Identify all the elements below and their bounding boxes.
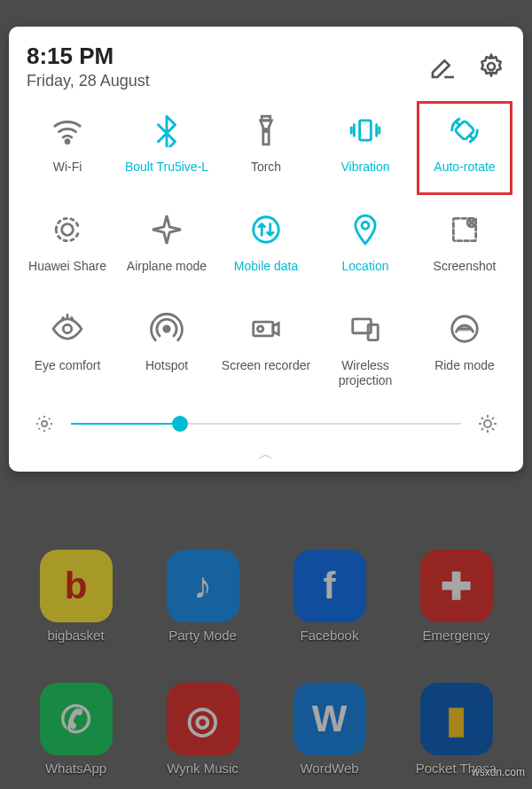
tile-label: Location	[342, 259, 389, 289]
app-icon: ✚	[420, 550, 493, 622]
hotspot-icon	[150, 312, 184, 346]
tile-wifi[interactable]: Wi-Fi	[18, 106, 117, 206]
share-icon	[51, 213, 84, 246]
torch-icon	[249, 113, 283, 147]
tile-label: Ride mode	[434, 358, 495, 388]
app-icon: ✆	[40, 683, 113, 755]
mobiledata-icon	[249, 213, 283, 246]
svg-point-6	[62, 224, 74, 236]
tile-label: Screen recorder	[222, 358, 310, 388]
svg-point-19	[484, 420, 491, 427]
tile-label: Wireless projection	[317, 358, 413, 388]
screenshot-icon	[448, 213, 481, 246]
brightness-row	[18, 404, 514, 440]
tile-screenshot[interactable]: Screenshot	[415, 206, 514, 305]
airplane-icon	[150, 213, 184, 246]
vibration-icon	[348, 113, 382, 147]
autorotate-icon	[448, 113, 481, 147]
date-label: Friday, 28 August	[27, 72, 410, 90]
time-label: 8:15 PM	[27, 43, 410, 70]
recorder-icon	[249, 312, 283, 346]
svg-point-8	[362, 222, 369, 229]
app-label: Wynk Music	[167, 761, 239, 776]
app-icon: ▮	[420, 683, 493, 755]
tile-label: Torch	[251, 160, 281, 190]
app-emergency[interactable]: ✚Emergency	[393, 550, 520, 643]
tile-ride[interactable]: Ride mode	[415, 305, 514, 404]
tile-label: Vibration	[340, 160, 389, 190]
app-label: Emergency	[423, 628, 490, 643]
svg-point-0	[488, 63, 495, 70]
tile-label: Huawei Share	[28, 259, 106, 289]
quick-settings-panel: 8:15 PM Friday, 28 August Wi-FiBoult Tru…	[9, 27, 523, 472]
eye-icon	[51, 312, 84, 346]
svg-point-14	[258, 326, 263, 332]
tile-cast[interactable]: Wireless projection	[316, 305, 415, 404]
bluetooth-icon	[150, 113, 184, 147]
app-label: Facebook	[301, 628, 359, 643]
svg-point-11	[63, 324, 72, 333]
brightness-slider[interactable]	[71, 423, 461, 425]
tile-torch[interactable]: Torch	[216, 106, 316, 206]
app-party-mode[interactable]: ♪Party Mode	[139, 550, 266, 643]
home-apps-row: bbigbasket♪Party ModefFacebook✚Emergency	[0, 550, 532, 643]
tile-hotspot[interactable]: Hotspot	[117, 305, 216, 404]
tile-location[interactable]: Location	[316, 206, 415, 305]
collapse-handle[interactable]: ︿	[18, 440, 514, 468]
tile-label: Wi-Fi	[53, 160, 82, 190]
tile-label: Boult Tru5ive-L	[125, 160, 208, 190]
tile-vibration[interactable]: Vibration	[316, 106, 415, 206]
app-wordweb[interactable]: WWordWeb	[266, 683, 393, 776]
tile-eye[interactable]: Eye comfort	[18, 305, 117, 404]
tile-label: Mobile data	[234, 259, 298, 289]
app-icon: ◎	[167, 683, 239, 755]
app-icon: f	[293, 550, 366, 622]
wifi-icon	[51, 113, 84, 147]
app-label: bigbasket	[47, 628, 104, 643]
tile-recorder[interactable]: Screen recorder	[216, 305, 316, 404]
svg-point-18	[42, 421, 47, 426]
quick-tiles-grid: Wi-FiBoult Tru5ive-LTorchVibrationAuto-r…	[18, 106, 514, 404]
location-icon	[348, 213, 382, 246]
app-label: Party Mode	[168, 628, 237, 643]
tile-label: Hotspot	[145, 358, 188, 388]
tile-label: Screenshot	[434, 259, 497, 289]
tile-label: Airplane mode	[127, 259, 207, 289]
svg-point-12	[164, 326, 169, 332]
tile-autorotate[interactable]: Auto-rotate	[415, 106, 514, 206]
ride-icon	[448, 312, 481, 346]
tile-bluetooth[interactable]: Boult Tru5ive-L	[117, 106, 216, 206]
svg-point-1	[66, 140, 69, 144]
brightness-low-icon	[34, 413, 55, 434]
brightness-high-icon	[477, 413, 498, 434]
app-label: WhatsApp	[45, 761, 106, 776]
tile-mobiledata[interactable]: Mobile data	[216, 206, 316, 305]
app-pocket-thesa[interactable]: ▮Pocket Thesa	[393, 683, 520, 776]
tile-share[interactable]: Huawei Share	[18, 206, 117, 305]
svg-point-7	[254, 217, 279, 243]
app-wynk-music[interactable]: ◎Wynk Music	[139, 683, 266, 776]
app-icon: ♪	[167, 550, 239, 622]
edit-button[interactable]	[429, 52, 458, 81]
watermark: wsxdn.com	[472, 766, 525, 778]
app-bigbasket[interactable]: bbigbasket	[12, 550, 139, 643]
app-icon: b	[40, 550, 113, 622]
app-icon: W	[293, 683, 366, 755]
tile-label: Eye comfort	[35, 358, 101, 388]
app-facebook[interactable]: fFacebook	[266, 550, 393, 643]
tile-label: Auto-rotate	[434, 160, 495, 190]
app-whatsapp[interactable]: ✆WhatsApp	[12, 683, 139, 776]
cast-icon	[348, 312, 382, 346]
svg-rect-4	[360, 121, 372, 140]
svg-rect-5	[455, 121, 474, 140]
app-label: WordWeb	[300, 761, 358, 776]
settings-button[interactable]	[477, 52, 505, 81]
tile-airplane[interactable]: Airplane mode	[117, 206, 216, 305]
svg-point-3	[264, 129, 267, 131]
home-apps-row: ✆WhatsApp◎Wynk MusicWWordWeb▮Pocket Thes…	[0, 683, 532, 776]
